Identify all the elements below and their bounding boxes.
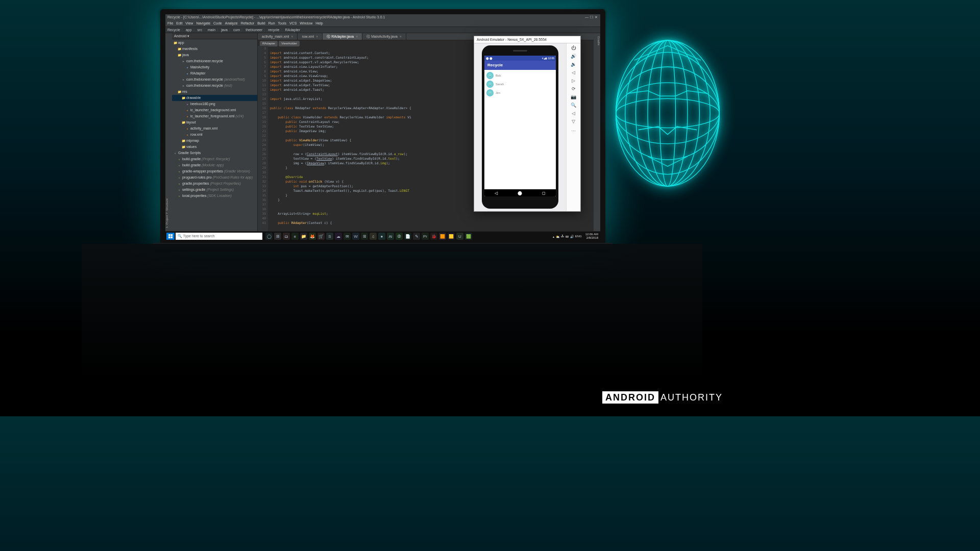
taskbar-app-icon[interactable]: Ai — [387, 233, 394, 240]
emu-tool-icon[interactable]: ⏻ — [571, 45, 576, 51]
recycler-list[interactable]: ◡Bob◡Sarah◡Jim — [484, 70, 556, 189]
crumb[interactable]: src — [198, 27, 202, 33]
editor-tab[interactable]: ⓒ RAdapter.java× — [323, 33, 362, 40]
taskbar-app-icon[interactable]: 🛒 — [317, 233, 325, 240]
list-item[interactable]: ◡Bob — [486, 72, 554, 79]
menu-refactor[interactable]: Refactor — [241, 21, 254, 25]
menu-code[interactable]: Code — [213, 21, 222, 25]
emu-tool-icon[interactable]: ⟳ — [572, 86, 576, 91]
device-screen[interactable]: ⬤ ⬤ ▾◢▮ 12:06 Recycle ◡Bob◡Sarah◡Jim ◁⬤◻ — [484, 56, 556, 196]
crumb[interactable]: app — [186, 27, 192, 33]
tree-node[interactable]: row.xml — [172, 132, 257, 138]
taskbar-app-icon[interactable]: ⦿ — [396, 233, 403, 240]
start-button[interactable] — [166, 233, 175, 240]
tree-node[interactable]: com.thebioneer.recycle (androidTest) — [172, 77, 257, 83]
taskbar-app-icon[interactable]: 📁 — [300, 233, 307, 240]
menu-help[interactable]: Help — [315, 21, 323, 25]
tree-node[interactable]: RAdapter — [172, 70, 257, 77]
emu-tool-icon[interactable]: … — [571, 127, 576, 132]
tree-node[interactable]: java — [172, 52, 257, 58]
emu-tool-icon[interactable]: 📷 — [571, 94, 576, 99]
menu-navigate[interactable]: Navigate — [196, 21, 210, 25]
tree-node[interactable]: settings.gradle (Project Settings) — [172, 187, 257, 193]
tree-node[interactable]: manifests — [172, 46, 257, 52]
clock[interactable]: 12:06 AM2/8/2018 — [585, 233, 598, 240]
taskbar-app-icon[interactable]: ☁ — [335, 233, 342, 240]
tree-node[interactable]: ic_launcher_foreground.xml (v24) — [172, 113, 257, 119]
tree-node[interactable]: app — [172, 40, 257, 46]
tree-node[interactable]: values — [172, 144, 257, 150]
menu-view[interactable]: View — [185, 21, 193, 25]
tree-node[interactable]: Gradle Scripts — [172, 150, 257, 156]
menu-file[interactable]: File — [167, 21, 173, 25]
tray-icon[interactable]: ▴ — [553, 235, 554, 238]
window-controls[interactable]: —☐✕ — [584, 14, 598, 20]
menubar[interactable]: FileEditViewNavigateCodeAnalyzeRefactorB… — [165, 20, 600, 27]
taskbar-app-icon[interactable]: ✎ — [413, 233, 420, 240]
emu-tool-icon[interactable]: ▽ — [572, 119, 575, 124]
menu-vcs[interactable]: VCS — [289, 21, 297, 25]
tree-node[interactable]: drawable — [172, 95, 257, 101]
emu-tool-icon[interactable]: 🔊 — [571, 54, 576, 59]
tree-node[interactable]: layout — [172, 119, 257, 126]
editor-tab[interactable]: activity_main.xml× — [258, 33, 298, 40]
project-tab[interactable]: Android — [174, 34, 186, 38]
tray-icon[interactable]: 🖴 — [566, 235, 569, 238]
tree-node[interactable]: build.gradle (Project: Recycle) — [172, 156, 257, 162]
taskbar-app-icon[interactable]: 🟩 — [465, 233, 472, 240]
emu-tool-icon[interactable]: ◁ — [572, 111, 575, 116]
project-panel[interactable]: Android ▾ app manifests java com.thebion… — [172, 33, 258, 231]
taskbar-app-icon[interactable]: ⊞ — [274, 233, 281, 240]
taskbar-app-icon[interactable]: 🟧 — [439, 233, 446, 240]
menu-analyze[interactable]: Analyze — [225, 21, 238, 25]
emu-tool-icon[interactable]: 🔍 — [571, 103, 576, 108]
menu-tools[interactable]: Tools — [278, 21, 286, 25]
windows-taskbar[interactable]: 🔍 Type here to search ◯⊞🗂e📁🦊🛒S☁✉W⊞♫●Ai⦿📄… — [165, 232, 600, 241]
taskbar-app-icon[interactable]: 🟨 — [448, 233, 455, 240]
taskbar-app-icon[interactable]: Pr — [422, 233, 429, 240]
tray-icon[interactable]: ENG — [575, 235, 582, 238]
list-item[interactable]: ◡Sarah — [486, 81, 554, 88]
tree-node[interactable]: build.gradle (Module: app) — [172, 162, 257, 168]
taskbar-app-icon[interactable]: S — [326, 233, 333, 240]
breadcrumb-bar[interactable]: Recycle 〉app 〉src 〉main 〉java 〉com 〉theb… — [165, 27, 600, 33]
taskbar-app-icon[interactable]: ♫ — [370, 233, 377, 240]
tray-icon[interactable]: 🖧 — [561, 235, 564, 238]
taskbar-app-icon[interactable]: 🗂 — [283, 233, 290, 240]
taskbar-app-icon[interactable]: 🐞 — [430, 233, 437, 240]
crumb[interactable]: com — [233, 27, 240, 33]
crumb[interactable]: Recycle — [167, 27, 180, 33]
tree-node[interactable]: local.properties (SDK Location) — [172, 193, 257, 199]
tree-node[interactable]: res — [172, 89, 257, 95]
crumb[interactable]: RAdapter — [285, 27, 300, 33]
taskbar-app-icon[interactable]: W — [352, 233, 359, 240]
tray-icon[interactable]: ⛅ — [556, 235, 559, 238]
menu-edit[interactable]: Edit — [176, 21, 182, 25]
taskbar-app-icon[interactable]: ✉ — [344, 233, 351, 240]
tree-node[interactable]: activity_main.xml — [172, 126, 257, 132]
tree-node[interactable]: MainActivity — [172, 64, 257, 70]
tree-node[interactable]: mipmap — [172, 138, 257, 144]
emu-tool-icon[interactable]: ◁ — [572, 70, 575, 75]
taskbar-app-icon[interactable]: ◯ — [265, 233, 273, 240]
right-gutter[interactable]: Gradle — [594, 33, 600, 231]
emu-tool-icon[interactable]: ▷ — [572, 78, 575, 83]
crumb[interactable]: thebioneer — [246, 27, 262, 33]
taskbar-search[interactable]: 🔍 Type here to search — [176, 233, 262, 240]
emulator-window[interactable]: Android Emulator - Nexus_5X_API_26:5554 … — [474, 36, 581, 212]
emu-tool-icon[interactable]: 🔉 — [571, 62, 576, 67]
crumb[interactable]: main — [208, 27, 215, 33]
emulator-toolbar[interactable]: ⏻🔊🔉◁▷⟳📷🔍◁▽… — [566, 43, 580, 211]
taskbar-app-icon[interactable]: 📄 — [404, 233, 411, 240]
taskbar-app-icon[interactable]: ⊞ — [361, 233, 368, 240]
crumb[interactable]: recycle — [268, 27, 279, 33]
editor-tab[interactable]: ⓒ MainActivity.java× — [362, 33, 406, 40]
tray-icon[interactable]: 🔊 — [570, 235, 574, 238]
editor-tab[interactable]: row.xml× — [298, 33, 323, 40]
crumb[interactable]: java — [221, 27, 228, 33]
emulator-title[interactable]: Android Emulator - Nexus_5X_API_26:5554 — [474, 36, 580, 43]
tree-node[interactable]: com.thebioneer.recycle — [172, 58, 257, 64]
tree-node[interactable]: beeboo180.png — [172, 101, 257, 107]
taskbar-app-icon[interactable]: e — [291, 233, 299, 240]
android-navbar[interactable]: ◁⬤◻ — [484, 189, 556, 196]
